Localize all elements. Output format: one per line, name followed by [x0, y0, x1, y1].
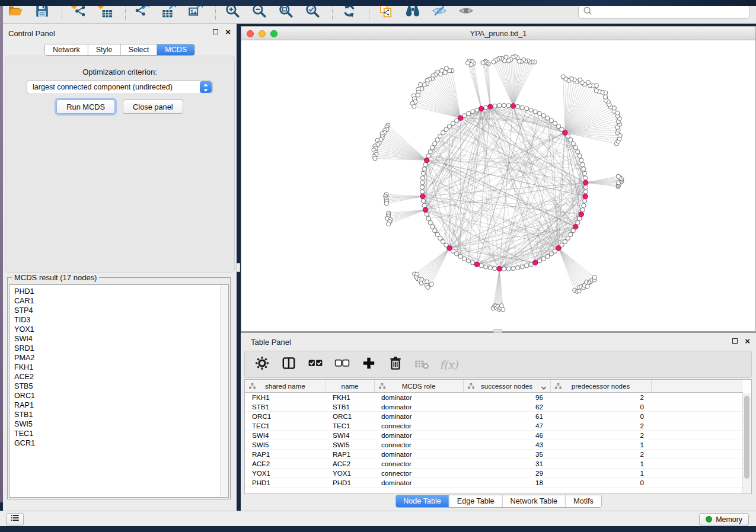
mcds-result-item[interactable]: SRD1 [9, 344, 228, 353]
cell-successor-nodes[interactable]: 62 [463, 402, 550, 411]
table-scrollbar-thumb[interactable] [744, 396, 749, 479]
mcds-result-item[interactable]: STB5 [9, 382, 228, 391]
cell-mcds-role[interactable]: connector [374, 459, 463, 468]
cell-shared-name[interactable]: YOX1 [245, 468, 326, 477]
cell-successor-nodes[interactable]: 18 [463, 477, 550, 487]
mcds-result-item[interactable]: FKH1 [9, 363, 228, 372]
cell-shared-name[interactable]: PHD1 [245, 477, 326, 487]
cell-shared-name[interactable]: SWI4 [245, 430, 326, 440]
cell-shared-name[interactable]: SWI5 [245, 440, 326, 449]
mcds-result-item[interactable]: PMA2 [9, 353, 228, 363]
table-row[interactable]: YOX1YOX1connector291 [245, 468, 743, 477]
cell-mcds-role[interactable]: dominator [374, 411, 463, 421]
cell-mcds-role[interactable]: connector [374, 421, 463, 430]
cell-predecessor-nodes[interactable]: 0 [550, 402, 651, 411]
tab-style[interactable]: Style [88, 44, 121, 55]
cell-successor-nodes[interactable]: 47 [463, 421, 550, 430]
table-row[interactable]: ORC1ORC1dominator610 [245, 411, 743, 421]
table-row[interactable]: SWI4SWI4dominator462 [245, 430, 743, 440]
table-row[interactable]: TEC1TEC1connector472 [245, 421, 743, 430]
mcds-result-item[interactable]: SWI5 [9, 419, 228, 429]
column-header-name[interactable]: name [326, 380, 374, 392]
add-row-button[interactable] [361, 357, 377, 372]
tab-node-table[interactable]: Node Table [395, 495, 449, 507]
cell-shared-name[interactable]: ACE2 [245, 459, 326, 468]
criterion-dropdown[interactable]: largest connected component (undirected) [27, 80, 213, 94]
close-panel-icon[interactable]: × [225, 29, 231, 34]
mcds-result-item[interactable]: ORC1 [9, 391, 228, 400]
table-row[interactable]: FKH1FKH1dominator962 [245, 392, 743, 402]
cell-shared-name[interactable]: STB1 [245, 402, 326, 411]
cell-successor-nodes[interactable]: 43 [463, 440, 550, 449]
cell-name[interactable]: SWI4 [326, 430, 374, 440]
cell-mcds-role[interactable]: connector [374, 468, 463, 477]
cell-predecessor-nodes[interactable]: 1 [550, 468, 651, 477]
table-scrollbar-track[interactable] [742, 393, 751, 493]
tab-mcds[interactable]: MCDS [157, 44, 194, 55]
delete-row-button[interactable] [388, 357, 403, 372]
mcds-result-item[interactable]: CAR1 [9, 296, 228, 306]
show-columns-button[interactable] [281, 357, 296, 372]
cell-predecessor-nodes[interactable]: 0 [550, 477, 651, 487]
table-row[interactable]: SWI5SWI5connector431 [245, 440, 743, 449]
table-row[interactable]: STB1STB1dominator620 [245, 402, 743, 411]
column-header-mcds-role[interactable]: MCDS role [374, 380, 463, 392]
cell-successor-nodes[interactable]: 31 [463, 459, 550, 468]
mcds-result-item[interactable]: RAP1 [9, 400, 228, 410]
cell-mcds-role[interactable]: dominator [374, 477, 463, 487]
network-canvas[interactable] [241, 40, 755, 331]
cell-mcds-role[interactable]: dominator [374, 402, 463, 411]
cell-predecessor-nodes[interactable]: 1 [550, 459, 651, 468]
tab-motifs[interactable]: Motifs [566, 495, 601, 507]
network-window-titlebar[interactable]: YPA_prune.txt_1 [241, 27, 755, 40]
deselect-all-rows-button[interactable] [334, 357, 350, 372]
cell-name[interactable]: SWI5 [326, 440, 374, 449]
cell-predecessor-nodes[interactable]: 2 [550, 430, 651, 440]
mcds-result-item[interactable]: ACE2 [9, 372, 228, 382]
select-all-rows-button[interactable] [308, 357, 323, 372]
cell-mcds-role[interactable]: dominator [374, 392, 463, 402]
mcds-result-list[interactable]: PHD1CAR1STP4TID3YOX1SWI4SRD1PMA2FKH1ACE2… [9, 284, 229, 498]
cell-successor-nodes[interactable]: 35 [463, 449, 550, 459]
task-history-button[interactable] [6, 513, 24, 525]
close-panel-button[interactable]: Close panel [123, 100, 183, 114]
mcds-result-item[interactable]: STB1 [9, 410, 228, 419]
run-mcds-button[interactable]: Run MCDS [56, 100, 115, 114]
tab-edge-table[interactable]: Edge Table [449, 495, 503, 507]
close-panel-icon[interactable]: × [745, 338, 750, 344]
cell-successor-nodes[interactable]: 61 [463, 411, 550, 421]
cell-predecessor-nodes[interactable]: 2 [550, 449, 651, 459]
tab-network-table[interactable]: Network Table [503, 495, 566, 507]
float-panel-icon[interactable] [213, 29, 218, 34]
cell-shared-name[interactable]: FKH1 [245, 392, 326, 402]
cell-name[interactable]: PHD1 [326, 477, 374, 487]
cell-predecessor-nodes[interactable]: 2 [550, 392, 651, 402]
cell-predecessor-nodes[interactable]: 0 [550, 411, 651, 421]
column-header-successor-nodes[interactable]: successor nodes [463, 380, 550, 392]
cell-mcds-role[interactable]: dominator [374, 430, 463, 440]
cell-name[interactable]: TEC1 [326, 421, 374, 430]
column-header-shared-name[interactable]: shared name [245, 380, 326, 392]
vertical-sash-grabber[interactable] [236, 263, 240, 272]
float-panel-icon[interactable] [732, 338, 738, 344]
cell-name[interactable]: STB1 [326, 402, 374, 411]
cell-successor-nodes[interactable]: 46 [463, 430, 550, 440]
search-input[interactable] [593, 8, 746, 16]
cell-predecessor-nodes[interactable]: 1 [550, 440, 651, 449]
table-row[interactable]: RAP1RAP1dominator352 [245, 449, 743, 459]
cell-successor-nodes[interactable]: 96 [463, 392, 550, 402]
table-row[interactable]: ACE2ACE2connector311 [245, 459, 743, 468]
column-header-predecessor-nodes[interactable]: predecessor nodes [550, 380, 651, 392]
cell-predecessor-nodes[interactable]: 2 [550, 421, 651, 430]
mcds-result-item[interactable]: YOX1 [9, 325, 228, 334]
cell-shared-name[interactable]: ORC1 [245, 411, 326, 421]
mcds-result-item[interactable]: PHD1 [9, 287, 228, 296]
cell-mcds-role[interactable]: dominator [374, 449, 463, 459]
table-row[interactable]: PHD1PHD1dominator180 [245, 477, 743, 487]
cell-mcds-role[interactable]: connector [374, 440, 463, 449]
cell-successor-nodes[interactable]: 29 [463, 468, 550, 477]
mcds-result-item[interactable]: TID3 [9, 315, 228, 325]
mcds-result-item[interactable]: SWI4 [9, 334, 228, 344]
mcds-result-item[interactable]: STP4 [9, 306, 228, 315]
cell-name[interactable]: YOX1 [326, 468, 374, 477]
